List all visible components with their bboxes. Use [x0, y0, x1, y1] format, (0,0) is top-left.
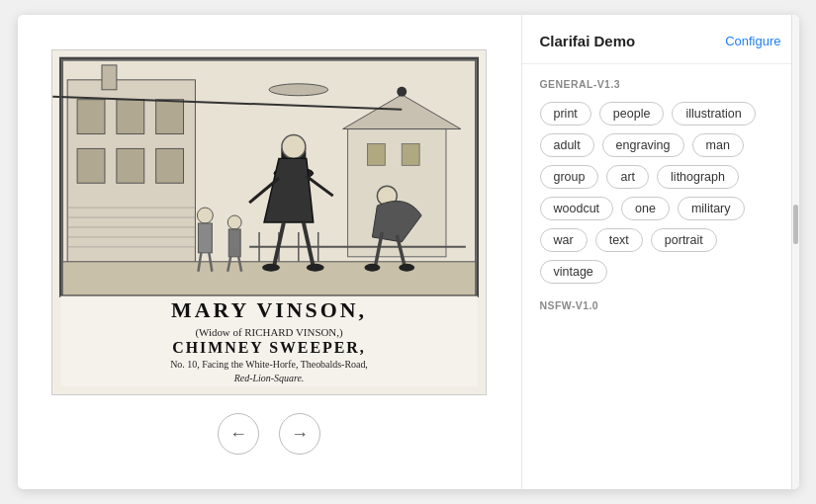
svg-rect-7 — [117, 148, 144, 183]
svg-rect-4 — [117, 100, 144, 134]
svg-rect-17 — [402, 143, 419, 165]
svg-point-19 — [397, 87, 407, 97]
svg-point-36 — [307, 264, 324, 272]
tag-item: group — [540, 165, 599, 189]
section-label-nsfw: NSFW-V1.0 — [540, 299, 781, 311]
prev-button[interactable]: ← — [218, 413, 259, 455]
left-panel: MARY VINSON, (Widow of RICHARD VINSON,) … — [18, 15, 522, 489]
svg-point-40 — [364, 264, 380, 272]
svg-rect-14 — [102, 65, 117, 90]
tag-item: print — [540, 102, 591, 126]
svg-text:(Widow of RICHARD VINSON,): (Widow of RICHARD VINSON,) — [195, 326, 343, 339]
svg-point-41 — [399, 264, 414, 272]
svg-point-21 — [269, 84, 328, 96]
svg-text:No. 10, Facing the White-Horfe: No. 10, Facing the White-Horfe, Theobald… — [170, 359, 368, 370]
svg-rect-8 — [156, 148, 184, 183]
tag-item: people — [599, 102, 665, 126]
tags-container: printpeopleillustrationadultengravingman… — [540, 102, 781, 284]
tag-item: portrait — [651, 228, 717, 252]
tag-item: vintage — [540, 260, 607, 284]
scroll-thumb — [793, 205, 798, 244]
image-container: MARY VINSON, (Widow of RICHARD VINSON,) … — [51, 49, 487, 395]
tag-item: illustration — [672, 102, 755, 126]
svg-point-42 — [197, 208, 213, 223]
right-panel: Clarifai Demo Configure GENERAL-V1.3 pri… — [522, 15, 799, 489]
next-button[interactable]: → — [279, 413, 320, 455]
svg-point-35 — [262, 264, 280, 272]
tag-item: adult — [540, 133, 594, 157]
svg-rect-47 — [228, 229, 240, 257]
scroll-indicator — [791, 15, 799, 489]
tag-item: engraving — [602, 133, 684, 157]
tag-item: man — [692, 133, 744, 157]
main-container: MARY VINSON, (Widow of RICHARD VINSON,) … — [18, 15, 799, 489]
tag-item: lithograph — [657, 165, 739, 189]
tag-item: text — [595, 228, 643, 252]
svg-rect-16 — [367, 143, 385, 165]
svg-text:Red-Lion-Square.: Red-Lion-Square. — [233, 373, 305, 383]
svg-rect-43 — [198, 223, 212, 253]
tag-item: military — [678, 197, 745, 220]
svg-rect-3 — [77, 100, 105, 134]
section-label-general: GENERAL-V1.3 — [540, 78, 781, 90]
svg-point-30 — [282, 135, 306, 159]
svg-rect-6 — [77, 148, 105, 183]
tag-item: art — [606, 165, 649, 189]
svg-text:MARY VINSON,: MARY VINSON, — [171, 298, 367, 322]
woodcut-svg: MARY VINSON, (Widow of RICHARD VINSON,) … — [52, 50, 486, 394]
app-title: Clarifai Demo — [540, 33, 636, 49]
right-content: GENERAL-V1.3 printpeopleillustrationadul… — [522, 64, 799, 489]
right-header: Clarifai Demo Configure — [522, 33, 799, 64]
tag-item: war — [540, 228, 588, 252]
tag-item: woodcut — [540, 197, 614, 220]
svg-text:CHIMNEY SWEEPER,: CHIMNEY SWEEPER, — [172, 339, 365, 356]
configure-link[interactable]: Configure — [725, 34, 780, 48]
svg-rect-5 — [156, 100, 184, 134]
tag-item: one — [621, 197, 670, 220]
svg-point-46 — [227, 215, 241, 229]
nav-buttons: ← → — [218, 413, 320, 455]
